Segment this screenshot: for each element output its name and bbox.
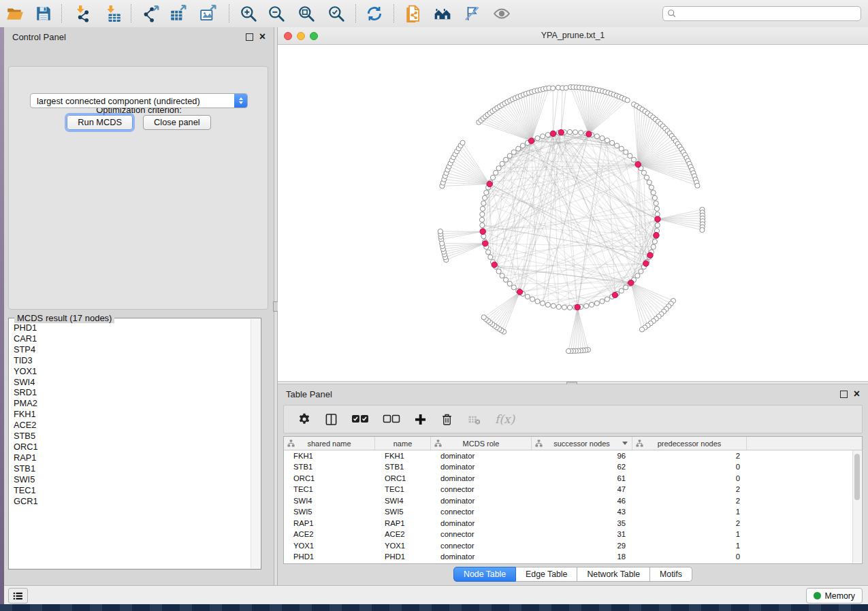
tab-network-table[interactable]: Network Table xyxy=(577,567,650,582)
import-network-button[interactable] xyxy=(73,3,93,24)
mcds-node[interactable] xyxy=(612,292,617,297)
column-header-successor-nodes[interactable]: successor nodes xyxy=(532,437,632,450)
network-node[interactable] xyxy=(624,150,628,154)
mcds-result-item[interactable]: RAP1 xyxy=(14,452,251,463)
table-row[interactable]: FKH1FKH1dominator962 xyxy=(284,450,862,462)
export-table-button[interactable] xyxy=(168,3,189,24)
network-node[interactable] xyxy=(486,250,491,254)
network-view[interactable] xyxy=(278,45,868,381)
mcds-result-item[interactable]: ACE2 xyxy=(14,420,251,431)
scrollbar-thumb[interactable] xyxy=(854,454,860,500)
mcds-node[interactable] xyxy=(643,261,649,266)
network-node[interactable] xyxy=(700,227,705,232)
mcds-result-item[interactable]: GCR1 xyxy=(14,496,251,507)
network-node[interactable] xyxy=(651,191,656,195)
zoom-out-button[interactable] xyxy=(266,3,287,24)
network-node[interactable] xyxy=(605,297,609,301)
column-header-shared-name[interactable]: shared name xyxy=(284,437,375,450)
network-node[interactable] xyxy=(507,281,512,286)
table-cell[interactable]: connector xyxy=(431,507,532,518)
mcds-result-item[interactable]: TID3 xyxy=(14,355,251,366)
network-node[interactable] xyxy=(639,327,644,332)
mcds-result-item[interactable]: PMA2 xyxy=(14,398,251,409)
export-network-button[interactable] xyxy=(141,3,161,24)
mcds-result-item[interactable]: CAR1 xyxy=(14,333,251,344)
network-node[interactable] xyxy=(619,288,624,293)
network-node[interactable] xyxy=(695,183,700,188)
network-node[interactable] xyxy=(545,302,550,307)
column-header-predecessor-nodes[interactable]: predecessor nodes xyxy=(632,437,747,450)
network-node[interactable] xyxy=(545,133,550,137)
table-cell[interactable]: FKH1 xyxy=(375,450,431,462)
network-node[interactable] xyxy=(507,153,512,158)
column-header-mcds-role[interactable]: MCDS role xyxy=(431,437,532,450)
network-node[interactable] xyxy=(483,195,487,200)
table-cell[interactable]: SWI5 xyxy=(284,507,375,518)
delete-column-button[interactable] xyxy=(440,413,453,426)
network-node[interactable] xyxy=(535,136,540,141)
close-panel-button[interactable]: Close panel xyxy=(143,115,211,130)
table-cell[interactable]: YOX1 xyxy=(375,540,431,552)
show-task-history-button[interactable] xyxy=(8,588,28,604)
table-row[interactable]: STB1STB1dominator620 xyxy=(284,462,862,474)
mcds-node[interactable] xyxy=(575,304,580,310)
zoom-in-button[interactable] xyxy=(238,3,259,24)
table-cell[interactable]: ORC1 xyxy=(284,473,375,484)
mcds-result-item[interactable]: STP4 xyxy=(14,344,251,355)
network-node[interactable] xyxy=(460,140,465,145)
tab-edge-table[interactable]: Edge Table xyxy=(516,567,577,582)
mcds-node[interactable] xyxy=(487,181,492,186)
network-node[interactable] xyxy=(619,146,624,151)
table-cell[interactable]: RAP1 xyxy=(375,518,431,529)
network-node[interactable] xyxy=(651,244,656,249)
network-node[interactable] xyxy=(605,138,609,143)
table-scrollbar[interactable] xyxy=(852,450,861,563)
export-image-button[interactable] xyxy=(198,3,219,24)
mcds-result-item[interactable]: STB1 xyxy=(14,463,251,474)
network-node[interactable] xyxy=(639,269,643,274)
float-window-icon[interactable] xyxy=(840,391,848,398)
criterion-select[interactable]: largest connected component (undirected) xyxy=(30,93,248,108)
mcds-result-item[interactable]: FKH1 xyxy=(14,409,251,420)
table-cell[interactable]: dominator xyxy=(431,552,532,563)
select-all-rows-button[interactable] xyxy=(351,414,369,425)
mcds-result-item[interactable]: YOX1 xyxy=(14,366,251,377)
table-cell[interactable]: ACE2 xyxy=(284,529,375,541)
close-icon[interactable]: × xyxy=(259,33,266,40)
table-cell[interactable]: connector xyxy=(431,529,532,541)
memory-button[interactable]: Memory xyxy=(806,588,863,604)
mcds-node[interactable] xyxy=(550,131,556,136)
mcds-list-scrollbar[interactable] xyxy=(251,319,260,568)
network-node[interactable] xyxy=(541,134,545,139)
network-node[interactable] xyxy=(438,229,443,233)
mcds-node[interactable] xyxy=(647,252,653,258)
network-node[interactable] xyxy=(556,304,561,309)
show-column-panel-button[interactable] xyxy=(325,413,338,426)
table-cell[interactable]: 46 xyxy=(532,495,632,507)
network-node[interactable] xyxy=(590,302,594,307)
network-node[interactable] xyxy=(551,303,556,308)
network-canvas[interactable] xyxy=(278,45,868,381)
mcds-node[interactable] xyxy=(483,241,488,246)
network-node[interactable] xyxy=(516,146,521,151)
table-cell[interactable]: STB1 xyxy=(375,462,431,474)
mcds-result-item[interactable]: STB5 xyxy=(14,431,251,442)
table-cell[interactable]: 29 xyxy=(532,540,632,552)
network-node[interactable] xyxy=(579,130,583,135)
table-cell[interactable]: 2 xyxy=(632,450,747,462)
network-node[interactable] xyxy=(635,274,640,278)
network-node[interactable] xyxy=(644,175,649,180)
network-node[interactable] xyxy=(511,150,516,154)
network-node[interactable] xyxy=(479,217,484,222)
mcds-node[interactable] xyxy=(628,280,634,285)
mcds-node[interactable] xyxy=(635,162,641,167)
network-node[interactable] xyxy=(594,134,599,139)
table-settings-button[interactable] xyxy=(298,412,311,426)
table-cell[interactable]: dominator xyxy=(431,473,532,484)
table-cell[interactable]: 43 xyxy=(532,507,632,518)
table-cell[interactable]: YOX1 xyxy=(284,540,375,552)
network-node[interactable] xyxy=(567,305,572,310)
network-node[interactable] xyxy=(641,170,646,175)
table-cell[interactable]: 47 xyxy=(532,484,632,496)
network-node[interactable] xyxy=(567,129,572,134)
